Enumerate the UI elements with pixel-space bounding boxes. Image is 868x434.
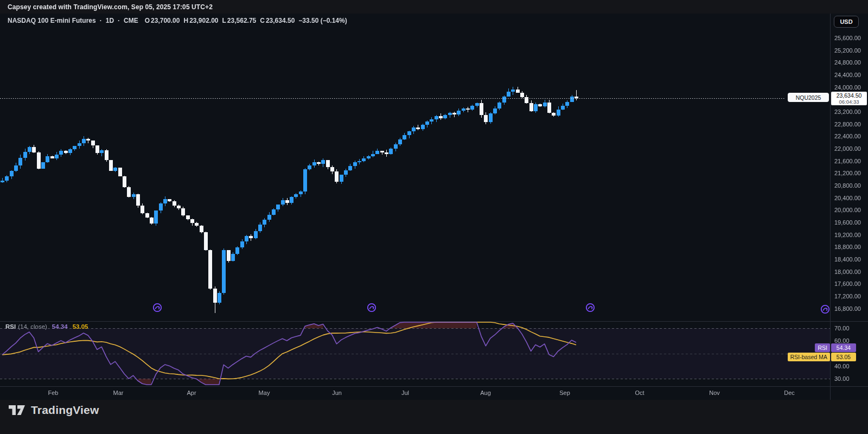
tradingview-chart-page: Capsey created with TradingView.com, Sep… bbox=[0, 0, 868, 434]
month-tick-label: Sep bbox=[557, 390, 572, 396]
symbol-header: NASDAQ 100 E-mini Futures·1D·CMEO23,700.… bbox=[8, 17, 351, 24]
month-tick-label: Feb bbox=[46, 390, 61, 396]
change-value: −33.50 (−0.14%) bbox=[298, 17, 347, 24]
month-tick-label: Apr bbox=[184, 390, 199, 396]
exchange-label[interactable]: CME bbox=[124, 17, 138, 24]
price-tick-label: 24,800.00 bbox=[834, 59, 861, 66]
rsi-ma-header-value: 53.05 bbox=[73, 323, 88, 330]
rsi-tick-label: 70.00 bbox=[834, 325, 850, 331]
price-tick-label: 25,200.00 bbox=[834, 47, 861, 54]
price-tick-label: 22,000.00 bbox=[834, 145, 861, 152]
pane-separator[interactable] bbox=[0, 321, 868, 322]
last-price-countdown-label: 23,634.50 06:04:33 bbox=[831, 92, 867, 105]
price-tick-label: 21,600.00 bbox=[834, 158, 861, 164]
price-tick-label: 22,800.00 bbox=[834, 121, 861, 127]
price-tick-label: 18,400.00 bbox=[834, 256, 861, 263]
rsi-indicator-header: RSI(14, close)54.3453.05 bbox=[5, 323, 88, 330]
rsi-tick-label: 30.00 bbox=[834, 375, 850, 382]
attribution-text: Capsey created with TradingView.com, Sep… bbox=[8, 3, 213, 11]
last-price-value: 23,634.50 bbox=[837, 93, 862, 99]
high-label: H bbox=[183, 17, 188, 24]
month-tick-label: Mar bbox=[111, 390, 126, 396]
month-tick-label: May bbox=[257, 390, 272, 396]
contract-price-flag: NQU2025 bbox=[788, 93, 829, 102]
bar-countdown: 06:04:33 bbox=[839, 99, 859, 105]
low-value: 23,562.75 bbox=[227, 17, 256, 24]
time-axis[interactable] bbox=[0, 386, 868, 400]
month-tick-label: Jun bbox=[329, 390, 344, 396]
rsi-line-value-badge: 54.34 bbox=[831, 343, 856, 352]
price-tick-label: 18,800.00 bbox=[834, 244, 861, 250]
price-tick-label: 23,200.00 bbox=[834, 108, 861, 115]
rsi-ma-badge: RSI-based MA bbox=[788, 353, 830, 361]
close-label: C bbox=[260, 17, 265, 24]
close-value: 23,634.50 bbox=[266, 17, 295, 24]
price-tick-label: 16,800.00 bbox=[834, 305, 861, 312]
rsi-tick-label: 60.00 bbox=[834, 337, 850, 344]
month-tick-label: Dec bbox=[782, 390, 797, 396]
month-tick-label: Jul bbox=[398, 390, 413, 396]
separator-dot: · bbox=[100, 17, 102, 24]
low-label: L bbox=[222, 17, 226, 24]
month-tick-label: Aug bbox=[478, 390, 493, 396]
footer-bar bbox=[0, 400, 868, 434]
price-tick-label: 21,200.00 bbox=[834, 170, 861, 176]
rsi-line-badge: RSI bbox=[815, 343, 830, 352]
contract-rollover-icon[interactable] bbox=[820, 304, 830, 314]
open-label: O bbox=[145, 17, 150, 24]
price-tick-label: 25,600.00 bbox=[834, 35, 861, 41]
interval-label[interactable]: 1D bbox=[106, 17, 114, 24]
price-tick-label: 18,000.00 bbox=[834, 269, 861, 275]
separator-dot: · bbox=[118, 17, 120, 24]
symbol-title[interactable]: NASDAQ 100 E-mini Futures bbox=[8, 17, 96, 24]
price-tick-label: 20,800.00 bbox=[834, 182, 861, 189]
price-tick-label: 24,000.00 bbox=[834, 84, 861, 91]
rsi-tick-label: 40.00 bbox=[834, 363, 850, 369]
rsi-name[interactable]: RSI bbox=[5, 323, 16, 330]
high-value: 23,902.00 bbox=[189, 17, 218, 24]
open-value: 23,700.00 bbox=[151, 17, 180, 24]
price-tick-label: 19,600.00 bbox=[834, 219, 861, 226]
price-tick-label: 20,400.00 bbox=[834, 195, 861, 201]
tradingview-logo-text: TradingView bbox=[31, 404, 99, 417]
rsi-header-value: 54.34 bbox=[52, 323, 68, 330]
contract-rollover-icon[interactable] bbox=[585, 303, 595, 312]
tradingview-logo-icon bbox=[8, 404, 26, 417]
contract-rollover-icon[interactable] bbox=[152, 303, 162, 312]
rsi-params: (14, close) bbox=[18, 323, 47, 330]
price-and-rsi-chart-canvas[interactable] bbox=[0, 0, 868, 434]
price-tick-label: 17,200.00 bbox=[834, 293, 861, 299]
price-tick-label: 20,000.00 bbox=[834, 207, 861, 213]
month-tick-label: Oct bbox=[632, 390, 647, 396]
rsi-ma-value-badge: 53.05 bbox=[831, 353, 856, 361]
price-tick-label: 24,400.00 bbox=[834, 72, 861, 78]
contract-rollover-icon[interactable] bbox=[367, 303, 376, 312]
price-tick-label: 17,600.00 bbox=[834, 280, 861, 287]
tradingview-logo[interactable]: TradingView bbox=[8, 404, 99, 417]
month-tick-label: Nov bbox=[707, 390, 722, 396]
price-tick-label: 22,400.00 bbox=[834, 133, 861, 139]
price-tick-label: 19,200.00 bbox=[834, 232, 861, 238]
